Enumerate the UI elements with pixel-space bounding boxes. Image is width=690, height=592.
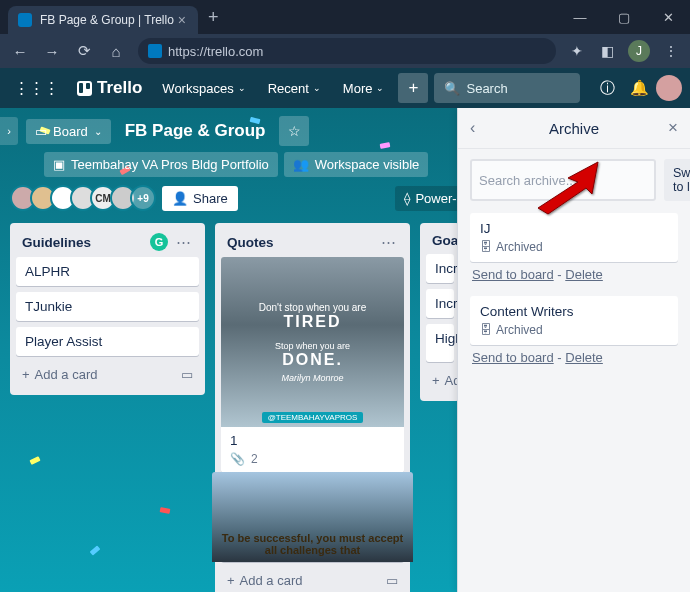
browser-tab[interactable]: FB Page & Group | Trello × bbox=[8, 6, 198, 34]
attachment-icon: 📎 bbox=[230, 452, 245, 466]
window-titlebar: FB Page & Group | Trello × + ― ▢ ✕ bbox=[0, 0, 690, 34]
panel-icon[interactable]: ◧ bbox=[594, 38, 620, 64]
create-button[interactable]: + bbox=[398, 73, 428, 103]
forward-button[interactable]: → bbox=[38, 37, 66, 65]
card-cover-image: To be successful, you must accept all ch… bbox=[212, 472, 413, 562]
new-tab-button[interactable]: + bbox=[198, 7, 229, 28]
maximize-button[interactable]: ▢ bbox=[602, 0, 646, 34]
plus-icon: + bbox=[22, 367, 30, 382]
board-icon: ▭ bbox=[35, 124, 47, 139]
board-view-switcher[interactable]: ▭ Board ⌄ bbox=[26, 119, 111, 144]
share-button[interactable]: 👤 Share bbox=[162, 186, 238, 211]
board-title[interactable]: FB Page & Group bbox=[119, 117, 272, 145]
board-canvas: › ▭ Board ⌄ FB Page & Group ☆ ▣ Teembaha… bbox=[0, 108, 690, 592]
plus-icon: + bbox=[227, 573, 235, 588]
card[interactable]: Increase bbox=[426, 289, 454, 318]
browser-menu-icon[interactable]: ⋮ bbox=[658, 38, 684, 64]
address-bar[interactable]: https://trello.com bbox=[138, 38, 556, 64]
rocket-icon: ⟠ bbox=[404, 191, 410, 206]
chevron-down-icon: ⌄ bbox=[94, 126, 102, 137]
sidebar-expand-button[interactable]: › bbox=[0, 117, 18, 145]
recent-menu[interactable]: Recent⌄ bbox=[260, 75, 329, 102]
card-template-icon[interactable]: ▭ bbox=[386, 573, 398, 588]
card[interactable]: To be successful, you must accept all ch… bbox=[221, 472, 404, 562]
url-text: https://trello.com bbox=[168, 44, 263, 59]
archive-icon: 🗄 bbox=[480, 240, 492, 254]
back-button[interactable]: ← bbox=[6, 37, 34, 65]
home-button[interactable]: ⌂ bbox=[102, 37, 130, 65]
workspaces-menu[interactable]: Workspaces⌄ bbox=[154, 75, 253, 102]
extensions-icon[interactable]: ✦ bbox=[564, 38, 590, 64]
send-to-board-link[interactable]: Send to board bbox=[472, 267, 554, 282]
notifications-icon[interactable]: 🔔 bbox=[624, 73, 654, 103]
info-icon[interactable]: ⓘ bbox=[592, 73, 622, 103]
workspace-icon: ▣ bbox=[53, 157, 65, 172]
trello-favicon bbox=[18, 13, 32, 27]
delete-link[interactable]: Delete bbox=[565, 267, 603, 282]
close-tab-icon[interactable]: × bbox=[176, 12, 188, 28]
share-icon: 👤 bbox=[172, 191, 188, 206]
panel-title: Archive bbox=[490, 120, 658, 137]
global-search[interactable]: 🔍 Search bbox=[434, 73, 580, 103]
browser-toolbar: ← → ⟳ ⌂ https://trello.com ✦ ◧ J ⋮ bbox=[0, 34, 690, 68]
switch-to-lists-button[interactable]: Switch to lists bbox=[664, 159, 690, 201]
card[interactable]: Increase bbox=[426, 254, 454, 283]
panel-close-button[interactable]: × bbox=[658, 118, 678, 138]
list-goals: Goals Increase Increase Highlight Commun… bbox=[420, 223, 460, 401]
annotation-arrow bbox=[530, 158, 610, 222]
add-card-button[interactable]: + Add a card ▭ bbox=[221, 568, 404, 592]
card[interactable]: Highlight Community bbox=[426, 324, 454, 362]
card[interactable]: ALPHR bbox=[16, 257, 199, 286]
card-template-icon[interactable]: ▭ bbox=[181, 367, 193, 382]
card[interactable]: TJunkie bbox=[16, 292, 199, 321]
tab-title: FB Page & Group | Trello bbox=[40, 13, 176, 27]
more-members[interactable]: +9 bbox=[130, 185, 156, 211]
list-title[interactable]: Guidelines bbox=[22, 235, 150, 250]
list-menu-icon[interactable]: ⋯ bbox=[377, 233, 400, 251]
list-guidelines: Guidelines G ⋯ ALPHR TJunkie Player Assi… bbox=[10, 223, 205, 395]
people-icon: 👥 bbox=[293, 157, 309, 172]
panel-back-button[interactable]: ‹ bbox=[470, 119, 490, 137]
trello-topnav: ⋮⋮⋮ Trello Workspaces⌄ Recent⌄ More⌄ + 🔍… bbox=[0, 68, 690, 108]
plus-icon: + bbox=[432, 373, 440, 388]
minimize-button[interactable]: ― bbox=[558, 0, 602, 34]
list-title[interactable]: Goals bbox=[432, 233, 460, 248]
visibility-chip[interactable]: 👥 Workspace visible bbox=[284, 152, 429, 177]
card-cover-image: Don't stop when you are TIRED Stop when … bbox=[221, 257, 404, 427]
archive-icon: 🗄 bbox=[480, 323, 492, 337]
add-card-button[interactable]: + Add bbox=[426, 368, 454, 393]
reload-button[interactable]: ⟳ bbox=[70, 37, 98, 65]
search-placeholder: Search bbox=[466, 81, 507, 96]
browser-profile-avatar[interactable]: J bbox=[628, 40, 650, 62]
grammarly-icon[interactable]: G bbox=[150, 233, 168, 251]
search-icon: 🔍 bbox=[444, 81, 460, 96]
more-menu[interactable]: More⌄ bbox=[335, 75, 393, 102]
trello-logo-icon bbox=[77, 81, 92, 96]
site-identity-icon bbox=[148, 44, 162, 58]
list-quotes: Quotes ⋯ Don't stop when you are TIRED S… bbox=[215, 223, 410, 592]
list-title[interactable]: Quotes bbox=[227, 235, 377, 250]
user-avatar[interactable] bbox=[656, 75, 682, 101]
workspace-chip[interactable]: ▣ Teembahay VA Pros Bldg Portfolio bbox=[44, 152, 278, 177]
send-to-board-link[interactable]: Send to board bbox=[472, 350, 554, 365]
close-window-button[interactable]: ✕ bbox=[646, 0, 690, 34]
list-menu-icon[interactable]: ⋯ bbox=[172, 233, 195, 251]
app-switcher-icon[interactable]: ⋮⋮⋮ bbox=[8, 75, 65, 101]
chevron-down-icon: ⌄ bbox=[313, 83, 321, 93]
delete-link[interactable]: Delete bbox=[565, 350, 603, 365]
card[interactable]: Don't stop when you are TIRED Stop when … bbox=[221, 257, 404, 473]
card[interactable]: Player Assist bbox=[16, 327, 199, 356]
board-members[interactable]: CM +9 bbox=[10, 185, 156, 211]
archived-card[interactable]: Content Writers 🗄Archived bbox=[470, 296, 678, 345]
add-card-button[interactable]: + Add a card ▭ bbox=[16, 362, 199, 387]
svg-marker-0 bbox=[538, 162, 598, 214]
chevron-down-icon: ⌄ bbox=[376, 83, 384, 93]
chevron-down-icon: ⌄ bbox=[238, 83, 246, 93]
star-board-button[interactable]: ☆ bbox=[279, 116, 309, 146]
window-controls: ― ▢ ✕ bbox=[558, 0, 690, 34]
trello-logo[interactable]: Trello bbox=[71, 78, 148, 98]
